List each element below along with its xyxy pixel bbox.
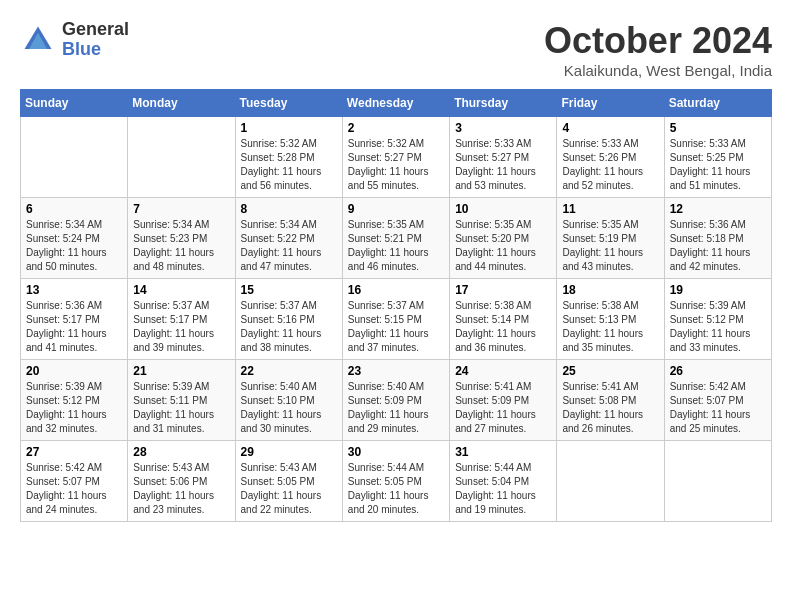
day-info: Sunrise: 5:44 AM Sunset: 5:05 PM Dayligh… <box>348 461 444 517</box>
day-number: 24 <box>455 364 551 378</box>
day-number: 9 <box>348 202 444 216</box>
logo-general: General <box>62 20 129 40</box>
day-header-wednesday: Wednesday <box>342 90 449 117</box>
day-info: Sunrise: 5:42 AM Sunset: 5:07 PM Dayligh… <box>26 461 122 517</box>
calendar-cell: 12Sunrise: 5:36 AM Sunset: 5:18 PM Dayli… <box>664 198 771 279</box>
day-number: 31 <box>455 445 551 459</box>
day-info: Sunrise: 5:40 AM Sunset: 5:10 PM Dayligh… <box>241 380 337 436</box>
logo-text: General Blue <box>62 20 129 60</box>
logo-blue: Blue <box>62 40 129 60</box>
day-number: 21 <box>133 364 229 378</box>
calendar-cell: 22Sunrise: 5:40 AM Sunset: 5:10 PM Dayli… <box>235 360 342 441</box>
logo-icon <box>20 22 56 58</box>
calendar-cell: 26Sunrise: 5:42 AM Sunset: 5:07 PM Dayli… <box>664 360 771 441</box>
week-row-2: 6Sunrise: 5:34 AM Sunset: 5:24 PM Daylig… <box>21 198 772 279</box>
day-number: 29 <box>241 445 337 459</box>
calendar-cell: 30Sunrise: 5:44 AM Sunset: 5:05 PM Dayli… <box>342 441 449 522</box>
calendar-cell: 29Sunrise: 5:43 AM Sunset: 5:05 PM Dayli… <box>235 441 342 522</box>
day-info: Sunrise: 5:38 AM Sunset: 5:13 PM Dayligh… <box>562 299 658 355</box>
day-number: 11 <box>562 202 658 216</box>
calendar-cell: 16Sunrise: 5:37 AM Sunset: 5:15 PM Dayli… <box>342 279 449 360</box>
day-header-friday: Friday <box>557 90 664 117</box>
calendar-cell: 25Sunrise: 5:41 AM Sunset: 5:08 PM Dayli… <box>557 360 664 441</box>
week-row-4: 20Sunrise: 5:39 AM Sunset: 5:12 PM Dayli… <box>21 360 772 441</box>
title-block: October 2024 Kalaikunda, West Bengal, In… <box>544 20 772 79</box>
calendar-cell: 18Sunrise: 5:38 AM Sunset: 5:13 PM Dayli… <box>557 279 664 360</box>
day-header-sunday: Sunday <box>21 90 128 117</box>
month-title: October 2024 <box>544 20 772 62</box>
calendar-cell: 13Sunrise: 5:36 AM Sunset: 5:17 PM Dayli… <box>21 279 128 360</box>
day-number: 14 <box>133 283 229 297</box>
calendar-cell <box>128 117 235 198</box>
day-header-saturday: Saturday <box>664 90 771 117</box>
day-info: Sunrise: 5:34 AM Sunset: 5:22 PM Dayligh… <box>241 218 337 274</box>
day-number: 22 <box>241 364 337 378</box>
calendar-cell: 15Sunrise: 5:37 AM Sunset: 5:16 PM Dayli… <box>235 279 342 360</box>
day-number: 20 <box>26 364 122 378</box>
day-info: Sunrise: 5:40 AM Sunset: 5:09 PM Dayligh… <box>348 380 444 436</box>
calendar-cell: 8Sunrise: 5:34 AM Sunset: 5:22 PM Daylig… <box>235 198 342 279</box>
calendar-cell: 19Sunrise: 5:39 AM Sunset: 5:12 PM Dayli… <box>664 279 771 360</box>
calendar-cell: 11Sunrise: 5:35 AM Sunset: 5:19 PM Dayli… <box>557 198 664 279</box>
day-number: 3 <box>455 121 551 135</box>
day-info: Sunrise: 5:41 AM Sunset: 5:09 PM Dayligh… <box>455 380 551 436</box>
page-header: General Blue October 2024 Kalaikunda, We… <box>20 20 772 79</box>
logo: General Blue <box>20 20 129 60</box>
calendar-cell: 23Sunrise: 5:40 AM Sunset: 5:09 PM Dayli… <box>342 360 449 441</box>
day-info: Sunrise: 5:32 AM Sunset: 5:27 PM Dayligh… <box>348 137 444 193</box>
day-number: 26 <box>670 364 766 378</box>
day-info: Sunrise: 5:43 AM Sunset: 5:05 PM Dayligh… <box>241 461 337 517</box>
day-number: 4 <box>562 121 658 135</box>
day-info: Sunrise: 5:37 AM Sunset: 5:15 PM Dayligh… <box>348 299 444 355</box>
calendar-cell: 4Sunrise: 5:33 AM Sunset: 5:26 PM Daylig… <box>557 117 664 198</box>
day-number: 25 <box>562 364 658 378</box>
day-number: 28 <box>133 445 229 459</box>
calendar-cell: 24Sunrise: 5:41 AM Sunset: 5:09 PM Dayli… <box>450 360 557 441</box>
day-number: 6 <box>26 202 122 216</box>
day-number: 19 <box>670 283 766 297</box>
day-number: 17 <box>455 283 551 297</box>
calendar-cell: 27Sunrise: 5:42 AM Sunset: 5:07 PM Dayli… <box>21 441 128 522</box>
day-info: Sunrise: 5:39 AM Sunset: 5:12 PM Dayligh… <box>26 380 122 436</box>
calendar-cell <box>21 117 128 198</box>
day-info: Sunrise: 5:33 AM Sunset: 5:26 PM Dayligh… <box>562 137 658 193</box>
day-info: Sunrise: 5:33 AM Sunset: 5:27 PM Dayligh… <box>455 137 551 193</box>
calendar-cell: 2Sunrise: 5:32 AM Sunset: 5:27 PM Daylig… <box>342 117 449 198</box>
day-number: 27 <box>26 445 122 459</box>
calendar-cell: 9Sunrise: 5:35 AM Sunset: 5:21 PM Daylig… <box>342 198 449 279</box>
day-number: 15 <box>241 283 337 297</box>
day-info: Sunrise: 5:36 AM Sunset: 5:18 PM Dayligh… <box>670 218 766 274</box>
calendar-cell: 21Sunrise: 5:39 AM Sunset: 5:11 PM Dayli… <box>128 360 235 441</box>
day-number: 30 <box>348 445 444 459</box>
day-number: 12 <box>670 202 766 216</box>
day-header-tuesday: Tuesday <box>235 90 342 117</box>
day-info: Sunrise: 5:43 AM Sunset: 5:06 PM Dayligh… <box>133 461 229 517</box>
day-info: Sunrise: 5:36 AM Sunset: 5:17 PM Dayligh… <box>26 299 122 355</box>
calendar-cell: 17Sunrise: 5:38 AM Sunset: 5:14 PM Dayli… <box>450 279 557 360</box>
day-number: 16 <box>348 283 444 297</box>
calendar-cell: 20Sunrise: 5:39 AM Sunset: 5:12 PM Dayli… <box>21 360 128 441</box>
week-row-3: 13Sunrise: 5:36 AM Sunset: 5:17 PM Dayli… <box>21 279 772 360</box>
day-number: 2 <box>348 121 444 135</box>
day-info: Sunrise: 5:33 AM Sunset: 5:25 PM Dayligh… <box>670 137 766 193</box>
day-number: 23 <box>348 364 444 378</box>
header-row: SundayMondayTuesdayWednesdayThursdayFrid… <box>21 90 772 117</box>
day-info: Sunrise: 5:32 AM Sunset: 5:28 PM Dayligh… <box>241 137 337 193</box>
calendar-cell: 6Sunrise: 5:34 AM Sunset: 5:24 PM Daylig… <box>21 198 128 279</box>
day-info: Sunrise: 5:35 AM Sunset: 5:20 PM Dayligh… <box>455 218 551 274</box>
day-number: 10 <box>455 202 551 216</box>
day-number: 5 <box>670 121 766 135</box>
calendar-cell <box>664 441 771 522</box>
calendar-cell: 28Sunrise: 5:43 AM Sunset: 5:06 PM Dayli… <box>128 441 235 522</box>
calendar-cell: 31Sunrise: 5:44 AM Sunset: 5:04 PM Dayli… <box>450 441 557 522</box>
location: Kalaikunda, West Bengal, India <box>544 62 772 79</box>
calendar-cell: 5Sunrise: 5:33 AM Sunset: 5:25 PM Daylig… <box>664 117 771 198</box>
day-info: Sunrise: 5:44 AM Sunset: 5:04 PM Dayligh… <box>455 461 551 517</box>
day-info: Sunrise: 5:34 AM Sunset: 5:24 PM Dayligh… <box>26 218 122 274</box>
day-number: 7 <box>133 202 229 216</box>
calendar-cell: 3Sunrise: 5:33 AM Sunset: 5:27 PM Daylig… <box>450 117 557 198</box>
day-info: Sunrise: 5:35 AM Sunset: 5:21 PM Dayligh… <box>348 218 444 274</box>
day-info: Sunrise: 5:41 AM Sunset: 5:08 PM Dayligh… <box>562 380 658 436</box>
day-info: Sunrise: 5:35 AM Sunset: 5:19 PM Dayligh… <box>562 218 658 274</box>
day-info: Sunrise: 5:42 AM Sunset: 5:07 PM Dayligh… <box>670 380 766 436</box>
